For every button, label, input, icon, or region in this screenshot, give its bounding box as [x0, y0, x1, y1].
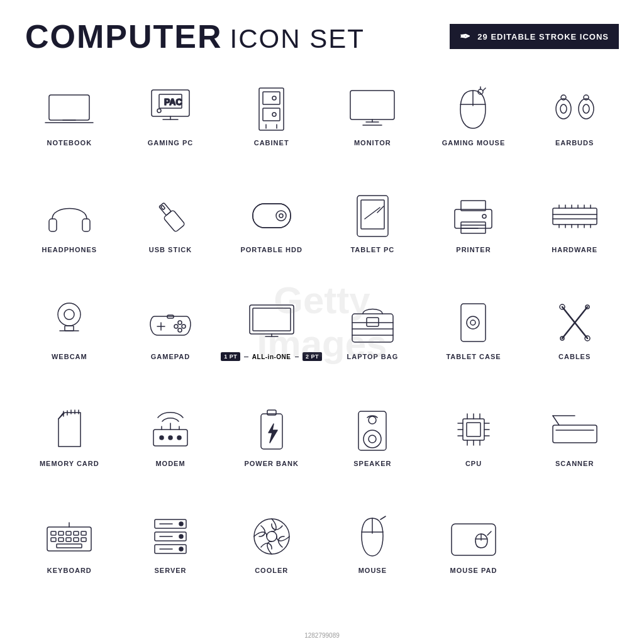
- icons-grid: NOTEBOOK PAC GAMING PC: [0, 62, 644, 596]
- svg-point-71: [178, 321, 182, 325]
- icon-cooler: COOLER: [221, 489, 322, 596]
- icon-server: SERVER: [120, 489, 221, 596]
- svg-point-106: [177, 436, 181, 440]
- icon-label-cpu: CPU: [465, 460, 482, 467]
- icon-label-hardware: HARDWARE: [552, 246, 597, 253]
- svg-rect-50: [553, 208, 597, 225]
- badge-text: 29 EDITABLE STROKE ICONS: [477, 32, 609, 42]
- svg-point-104: [160, 436, 164, 440]
- icon-label-memory-card: MEMORY CARD: [40, 460, 99, 467]
- svg-rect-132: [58, 531, 64, 535]
- svg-rect-32: [82, 219, 90, 231]
- title-icon-set: ICON SET: [230, 24, 365, 54]
- svg-rect-108: [267, 410, 276, 415]
- svg-rect-131: [51, 531, 56, 535]
- icon-gaming-pc: PAC GAMING PC: [120, 62, 221, 169]
- svg-rect-114: [467, 423, 480, 436]
- svg-rect-141: [57, 544, 82, 548]
- all-in-one-label: 1 PT ALL-in-ONE 2 PT: [221, 352, 322, 361]
- svg-line-94: [58, 413, 64, 419]
- svg-point-86: [467, 316, 479, 329]
- icon-portable-hdd: PORTABLE HDD: [221, 169, 322, 275]
- icon-label-cooler: COOLER: [255, 567, 288, 574]
- svg-rect-127: [553, 425, 597, 443]
- svg-point-148: [179, 547, 183, 551]
- header: COMPUTER ICON SET ✒ 29 EDITABLE STROKE I…: [0, 0, 644, 62]
- icon-label-modem: MODEM: [155, 460, 185, 467]
- pt2-badge: 2 PT: [303, 352, 322, 361]
- icon-label-mouse-pad: MOUSE PAD: [450, 567, 497, 574]
- icon-printer: PRINTER: [423, 169, 525, 275]
- svg-rect-134: [74, 531, 79, 535]
- svg-rect-77: [253, 308, 291, 331]
- svg-point-73: [174, 325, 178, 328]
- icon-scanner: SCANNER: [524, 382, 625, 489]
- svg-point-30: [584, 95, 589, 100]
- svg-rect-136: [51, 538, 56, 541]
- svg-rect-10: [263, 92, 280, 104]
- icon-label-mouse: MOUSE: [358, 567, 387, 574]
- svg-rect-82: [367, 318, 379, 326]
- icon-label-portable-hdd: PORTABLE HDD: [240, 246, 303, 253]
- icon-power-bank: POWER BANK: [221, 382, 322, 489]
- svg-rect-67: [65, 326, 74, 331]
- svg-rect-34: [159, 203, 171, 215]
- svg-rect-46: [461, 222, 486, 233]
- svg-point-72: [182, 325, 186, 328]
- svg-rect-41: [361, 200, 384, 229]
- badge: ✒ 29 EDITABLE STROKE ICONS: [450, 24, 619, 49]
- icon-notebook: NOTEBOOK: [19, 62, 120, 169]
- icon-cpu: CPU: [423, 382, 525, 489]
- svg-rect-0: [49, 95, 89, 120]
- icon-modem: MODEM: [120, 382, 221, 489]
- icon-label-cabinet: CABINET: [254, 139, 289, 147]
- icon-keyboard: KEYBOARD: [19, 489, 120, 596]
- svg-point-110: [364, 430, 381, 448]
- svg-point-29: [583, 104, 589, 113]
- icon-label-headphones: HEADPHONES: [42, 246, 97, 253]
- svg-point-65: [58, 303, 80, 326]
- svg-rect-76: [250, 305, 294, 334]
- icon-label-printer: PRINTER: [456, 246, 491, 253]
- icon-earbuds: EARBUDS: [524, 62, 625, 169]
- icon-label-tablet-case: TABLET CASE: [446, 353, 501, 360]
- svg-point-111: [369, 435, 376, 443]
- icon-label-usb-stick: USB STICK: [149, 246, 192, 253]
- icon-label-speaker: SPEAKER: [353, 460, 391, 467]
- svg-point-39: [279, 214, 283, 218]
- svg-rect-135: [81, 531, 86, 535]
- svg-point-38: [276, 211, 286, 221]
- icon-label-webcam: WEBCAM: [52, 353, 87, 360]
- icon-tablet-pc: TABLET PC: [322, 169, 423, 275]
- icon-gamepad: GAMEPAD: [120, 275, 221, 382]
- svg-point-26: [560, 104, 567, 113]
- svg-rect-16: [350, 91, 394, 119]
- image-id: 1282799089: [304, 632, 340, 639]
- icon-label-tablet-pc: TABLET PC: [350, 246, 394, 253]
- svg-rect-133: [66, 531, 71, 535]
- pen-icon: ✒: [460, 29, 471, 44]
- svg-point-66: [64, 309, 74, 319]
- icon-label-monitor: MONITOR: [354, 139, 391, 147]
- svg-rect-157: [452, 524, 496, 555]
- svg-rect-139: [74, 538, 79, 541]
- icon-speaker: SPEAKER: [322, 382, 423, 489]
- svg-point-146: [179, 522, 183, 526]
- svg-point-49: [482, 214, 486, 218]
- svg-rect-31: [49, 219, 57, 231]
- svg-point-5: [157, 109, 161, 113]
- icon-usb-stick: USB STICK: [120, 169, 221, 275]
- svg-point-13: [272, 113, 276, 116]
- svg-text:PAC: PAC: [164, 97, 182, 107]
- icon-cables: CABLES: [524, 275, 625, 382]
- icon-label-cables: CABLES: [558, 353, 591, 360]
- svg-line-43: [365, 208, 380, 219]
- icon-monitor: MONITOR: [322, 62, 423, 169]
- icon-label-scanner: SCANNER: [555, 460, 594, 467]
- icon-all-in-one: 1 PT ALL-in-ONE 2 PT: [221, 275, 322, 382]
- svg-line-160: [487, 531, 491, 535]
- svg-rect-40: [357, 196, 388, 236]
- icon-label-gamepad: GAMEPAD: [151, 353, 190, 360]
- icon-gaming-mouse: GAMING MOUSE: [423, 62, 525, 169]
- pt1-badge: 1 PT: [221, 352, 240, 361]
